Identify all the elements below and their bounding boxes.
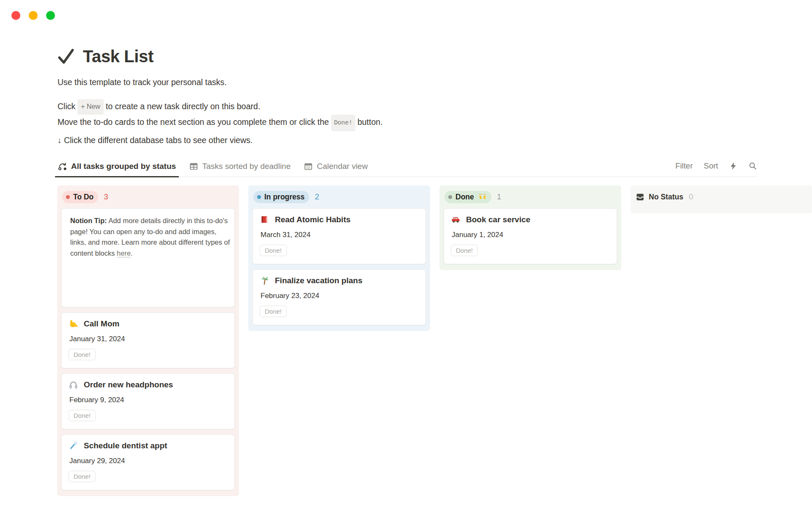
filter-button[interactable]: Filter	[675, 161, 693, 171]
status-dot	[66, 195, 70, 199]
instruction-line-2: Move the to-do cards to the next section…	[58, 115, 383, 131]
task-card[interactable]: Finalize vacation plansFebruary 23, 2024…	[252, 269, 426, 325]
checkmark-icon	[56, 47, 76, 66]
status-dot	[257, 195, 261, 199]
column-count: 2	[315, 192, 319, 202]
card-date: January 1, 2024	[452, 231, 610, 239]
board-column-inprogress: In progress2Read Atomic HabitsMarch 31, …	[248, 185, 430, 331]
instruction-text: Click	[58, 102, 75, 111]
board-column-todo: To Do3Notion Tip: Add more details direc…	[57, 185, 239, 496]
instruction-text: Move the to-do cards to the next section…	[58, 117, 329, 127]
call-me-hand-icon	[69, 319, 78, 329]
task-card[interactable]: Read Atomic HabitsMarch 31, 2024Done!	[252, 208, 426, 264]
card-title: Schedule dentist appt	[84, 441, 167, 450]
board-column-nostatus: No Status0	[631, 185, 812, 213]
done-button[interactable]: Done!	[69, 471, 96, 482]
card-date: January 31, 2024	[69, 335, 228, 343]
column-header-nostatus: No Status0	[636, 190, 807, 203]
card-title: Read Atomic Habits	[275, 215, 351, 224]
raising-hands-icon	[477, 193, 487, 201]
tab-label: Tasks sorted by deadline	[202, 162, 291, 171]
status-pill-todo[interactable]: To Do	[62, 191, 98, 203]
done-button-chip: Done!	[331, 115, 356, 131]
page-header: Task List	[56, 47, 154, 66]
new-button-chip: + New	[77, 99, 104, 115]
window-controls	[11, 11, 55, 20]
status-pill-done[interactable]: Done	[444, 191, 491, 203]
column-count: 3	[104, 192, 108, 202]
board-status-icon	[58, 162, 67, 171]
done-button[interactable]: Done!	[69, 349, 96, 360]
tab-all-tasks-grouped-by-status[interactable]: All tasks grouped by status	[57, 162, 177, 177]
instructions: Click+ Newto create a new task directly …	[58, 99, 383, 131]
tab-label: Calendar view	[317, 162, 368, 171]
card-date: February 23, 2024	[261, 292, 419, 300]
here-link[interactable]: here	[117, 249, 131, 257]
card-title-row: Read Atomic Habits	[260, 215, 419, 224]
column-header-inprogress: In progress2	[253, 190, 425, 203]
card-title: Book car service	[466, 215, 530, 224]
instruction-line-3: ↓ Click the different database tabs to s…	[58, 135, 252, 145]
board-column-done: Done1Book car serviceJanuary 1, 2024Done…	[439, 185, 621, 270]
card-date: February 9, 2024	[69, 396, 228, 404]
page-subtitle: Use this template to track your personal…	[58, 77, 227, 87]
headphones-icon	[69, 380, 78, 389]
card-title-row: Call Mom	[69, 319, 228, 329]
status-dot	[448, 195, 452, 199]
status-label: To Do	[73, 193, 93, 202]
red-book-icon	[260, 215, 269, 224]
toothbrush-icon	[69, 441, 78, 450]
status-pill-inprogress[interactable]: In progress	[253, 191, 309, 203]
tip-suffix: .	[131, 249, 133, 257]
task-card[interactable]: Call MomJanuary 31, 2024Done!	[61, 312, 235, 368]
tab-calendar-view[interactable]: Calendar view	[303, 162, 368, 177]
red-car-icon	[451, 215, 461, 224]
close-window-button[interactable]	[11, 11, 20, 20]
minimize-window-button[interactable]	[29, 11, 38, 20]
task-card[interactable]: Schedule dentist apptJanuary 29, 2024Don…	[61, 434, 235, 490]
card-title-row: Book car service	[451, 215, 610, 224]
tip-bold-label: Notion Tip:	[70, 217, 107, 224]
status-label: In progress	[264, 193, 304, 202]
done-button[interactable]: Done!	[260, 306, 287, 317]
done-button[interactable]: Done!	[260, 245, 287, 256]
task-card[interactable]: Book car serviceJanuary 1, 2024Done!	[444, 208, 617, 264]
table-icon	[189, 162, 198, 171]
tip-text: Notion Tip: Add more details directly in…	[70, 215, 233, 259]
task-card[interactable]: Order new headphonesFebruary 9, 2024Done…	[61, 373, 235, 429]
instruction-line-1: Click+ Newto create a new task directly …	[58, 99, 383, 115]
instruction-text: to create a new task directly on this bo…	[106, 102, 260, 111]
column-header-done: Done1	[444, 190, 616, 203]
page-title: Task List	[83, 47, 154, 66]
done-button[interactable]: Done!	[451, 245, 478, 256]
instruction-text: button.	[357, 117, 383, 127]
tab-label: All tasks grouped by status	[71, 162, 176, 171]
inbox-icon	[636, 193, 645, 202]
card-title-row: Schedule dentist appt	[69, 441, 228, 450]
sort-button[interactable]: Sort	[704, 161, 718, 171]
column-count: 0	[689, 192, 694, 202]
card-title: Finalize vacation plans	[275, 276, 362, 285]
calendar-icon	[304, 162, 313, 171]
palm-tree-icon	[260, 276, 269, 285]
done-button[interactable]: Done!	[69, 410, 96, 421]
card-title-row: Order new headphones	[69, 380, 228, 389]
search-icon[interactable]	[749, 162, 757, 170]
status-label: No Status	[649, 193, 683, 202]
zoom-window-button[interactable]	[46, 11, 55, 20]
column-count: 1	[497, 192, 502, 202]
card-date: January 29, 2024	[69, 457, 228, 465]
card-date: March 31, 2024	[261, 231, 419, 239]
board: To Do3Notion Tip: Add more details direc…	[57, 185, 812, 496]
card-title: Order new headphones	[84, 380, 173, 389]
notion-tip-card[interactable]: Notion Tip: Add more details directly in…	[61, 208, 235, 307]
board-toolbar: Filter Sort	[675, 161, 757, 177]
view-tabs-bar: All tasks grouped by status Tasks sorted…	[57, 161, 757, 177]
tab-tasks-sorted-by-deadline[interactable]: Tasks sorted by deadline	[188, 162, 291, 177]
card-title: Call Mom	[84, 319, 119, 329]
card-title-row: Finalize vacation plans	[260, 276, 419, 285]
column-header-todo: To Do3	[62, 190, 233, 203]
lightning-icon[interactable]	[729, 162, 738, 170]
status-label: Done	[455, 193, 474, 202]
